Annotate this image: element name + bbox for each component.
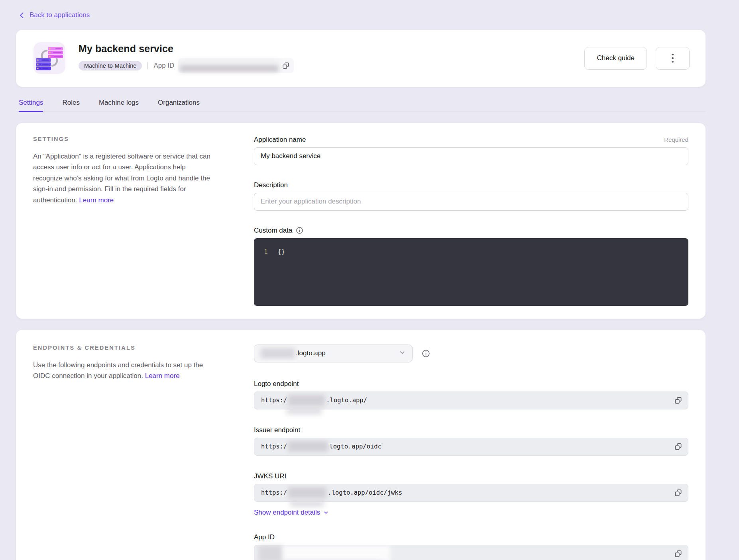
endpoints-card: ENDPOINTS & CREDENTIALS Use the followin… [16, 330, 706, 560]
domain-select[interactable]: .logto.app [254, 345, 413, 362]
application-header-card: My backend service Machine-to-Machine Ap… [16, 30, 706, 87]
chevron-left-icon [19, 12, 25, 19]
settings-description: An "Application" is a registered softwar… [33, 151, 214, 206]
description-field-block: Description [254, 181, 688, 211]
settings-learn-more-link[interactable]: Learn more [79, 196, 114, 204]
issuer-endpoint-block: Issuer endpoint https:/ logto.app/oidc [254, 426, 688, 456]
application-detail-page: Back to applications [0, 0, 739, 560]
machine-to-machine-app-icon [33, 42, 65, 74]
header-main: My backend service Machine-to-Machine Ap… [79, 43, 294, 73]
editor-line-number: 1 [264, 248, 267, 255]
endpoints-intro: ENDPOINTS & CREDENTIALS Use the followin… [33, 345, 214, 560]
issuer-endpoint-prefix: https:/ [261, 443, 287, 450]
logto-endpoint-field: https:/ .logto.app/ [254, 392, 688, 409]
redacted-issuer-endpoint [288, 441, 328, 452]
page-title: My backend service [79, 43, 294, 55]
chevron-down-icon [399, 349, 406, 358]
application-name-label: Application name [254, 136, 306, 144]
check-guide-button[interactable]: Check guide [584, 47, 647, 70]
show-endpoint-details-label: Show endpoint details [254, 509, 320, 517]
jwks-uri-block: JWKS URI https:/ .logto.app/oidc/jwks Sh… [254, 472, 688, 517]
redaction-smudge [290, 501, 324, 506]
jwks-uri-prefix: https:/ [261, 489, 287, 496]
jwks-uri-suffix: .logto.app/oidc/jwks [328, 489, 402, 496]
custom-data-label: Custom data [254, 227, 292, 235]
redacted-app-id-field-value [259, 546, 390, 560]
logto-endpoint-prefix: https:/ [261, 397, 287, 404]
endpoints-learn-more-link[interactable]: Learn more [145, 372, 180, 380]
required-tag: Required [664, 136, 688, 143]
domain-info-icon[interactable] [422, 349, 430, 358]
copy-issuer-endpoint-button[interactable] [674, 443, 682, 451]
kebab-menu-icon [672, 54, 674, 63]
custom-data-field-block: Custom data 1 {} [254, 227, 688, 306]
app-id-label: App ID [153, 62, 174, 70]
settings-card: SETTINGS An "Application" is a registere… [16, 123, 706, 319]
redacted-app-id-value [180, 60, 279, 72]
logto-endpoint-block: Logto endpoint https:/ .logto.app/ [254, 380, 688, 409]
tab-bar: Settings Roles Machine logs Organization… [16, 97, 706, 112]
endpoints-heading: ENDPOINTS & CREDENTIALS [33, 345, 214, 351]
app-id-field-block: App ID [254, 533, 688, 560]
endpoints-description: Use the following endpoints and credenti… [33, 360, 214, 382]
copy-app-id-button[interactable] [282, 62, 290, 70]
more-actions-button[interactable] [656, 47, 690, 70]
app-id-value-wrap [178, 58, 294, 73]
issuer-endpoint-suffix: logto.app/oidc [329, 443, 381, 450]
copy-logto-endpoint-button[interactable] [674, 396, 682, 405]
description-input[interactable] [254, 193, 688, 211]
logto-endpoint-suffix: .logto.app/ [326, 397, 367, 404]
tab-machine-logs[interactable]: Machine logs [99, 97, 139, 112]
issuer-endpoint-label: Issuer endpoint [254, 426, 300, 434]
description-label: Description [254, 181, 288, 189]
app-id-field-label: App ID [254, 533, 275, 541]
copy-jwks-uri-button[interactable] [674, 489, 682, 497]
editor-content: {} [277, 248, 285, 255]
settings-form: Application name Required Description Cu… [254, 136, 688, 306]
application-name-field-block: Application name Required [254, 136, 688, 165]
domain-select-value: .logto.app [296, 349, 326, 357]
settings-description-text: An "Application" is a registered softwar… [33, 153, 210, 204]
copy-app-id-field-button[interactable] [674, 550, 682, 558]
custom-data-editor[interactable]: 1 {} [254, 238, 688, 306]
app-id-field [254, 545, 688, 560]
custom-data-info-icon[interactable] [296, 227, 303, 234]
redacted-logto-endpoint [288, 395, 325, 406]
header-actions: Check guide [584, 47, 690, 70]
back-to-applications-link[interactable]: Back to applications [19, 11, 90, 19]
redacted-jwks-uri [288, 487, 326, 498]
show-endpoint-details-link[interactable]: Show endpoint details [254, 509, 329, 517]
back-link-label: Back to applications [29, 11, 90, 19]
settings-intro: SETTINGS An "Application" is a registere… [33, 136, 214, 306]
settings-heading: SETTINGS [33, 136, 214, 142]
redaction-smudge [286, 409, 322, 414]
domain-row: .logto.app [254, 345, 688, 362]
meta-divider [147, 62, 148, 69]
tab-settings[interactable]: Settings [19, 97, 43, 112]
tab-organizations[interactable]: Organizations [158, 97, 200, 112]
tab-roles[interactable]: Roles [62, 97, 79, 112]
jwks-uri-field: https:/ .logto.app/oidc/jwks [254, 484, 688, 502]
header-meta: Machine-to-Machine App ID [79, 58, 294, 73]
endpoints-form: .logto.app Logto endpoint https:/ .logto… [254, 345, 688, 560]
logto-endpoint-label: Logto endpoint [254, 380, 299, 388]
issuer-endpoint-field: https:/ logto.app/oidc [254, 438, 688, 456]
application-name-input[interactable] [254, 147, 688, 165]
app-type-badge: Machine-to-Machine [79, 61, 142, 70]
chevron-down-icon [323, 510, 329, 515]
redacted-tenant-id [261, 348, 295, 358]
jwks-uri-label: JWKS URI [254, 472, 286, 480]
